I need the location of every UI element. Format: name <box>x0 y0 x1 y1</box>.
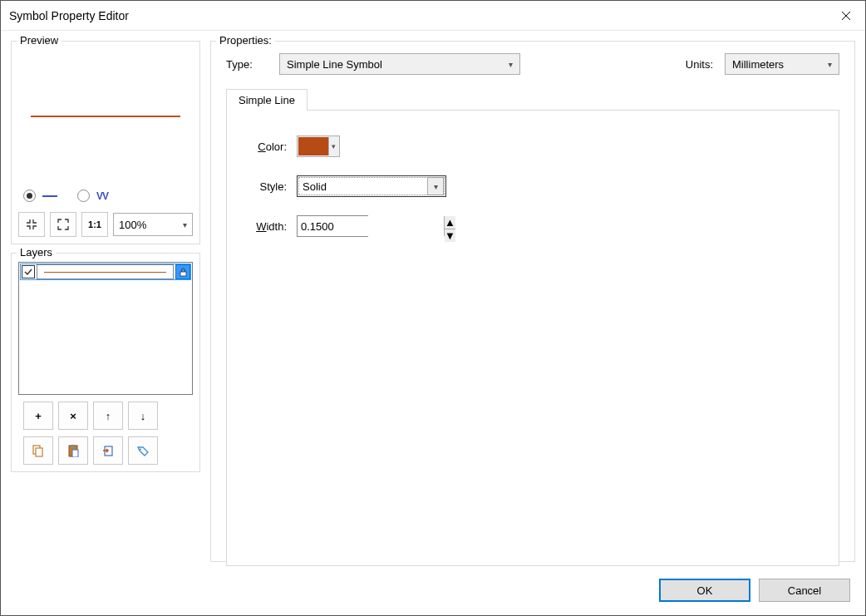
chevron-down-icon: ▾ <box>434 182 438 191</box>
lock-icon <box>179 268 188 277</box>
x-icon: × <box>70 410 76 422</box>
arrow-down-icon: ↓ <box>140 410 146 422</box>
close-button[interactable] <box>827 1 865 31</box>
width-spinner[interactable]: ▲ ▼ <box>297 215 368 237</box>
close-icon <box>841 11 851 21</box>
units-value: Millimeters <box>732 58 784 71</box>
units-label: Units: <box>686 58 713 71</box>
copy-layer-button[interactable] <box>23 436 53 465</box>
triangle-up-icon: ▲ <box>445 216 455 229</box>
plus-icon: + <box>35 410 42 422</box>
paste-icon <box>66 444 80 457</box>
line-icon <box>42 195 57 197</box>
ok-button[interactable]: OK <box>659 579 750 602</box>
preview-mode-line[interactable] <box>23 190 57 202</box>
layer-thumbnail <box>37 264 174 279</box>
zigzag-icon: VV <box>96 190 108 202</box>
preview-mode-zigzag[interactable]: VV <box>77 190 108 202</box>
layer-item[interactable] <box>20 264 191 280</box>
move-layer-down-button[interactable]: ↓ <box>128 402 158 430</box>
svg-rect-0 <box>180 272 186 276</box>
chevron-down-icon: ▾ <box>328 137 338 155</box>
svg-rect-5 <box>72 450 78 457</box>
layers-group: Layers + <box>11 253 200 472</box>
zoom-actual-button[interactable]: 1:1 <box>81 212 108 237</box>
copy-icon <box>32 444 45 457</box>
preview-line-sample <box>31 116 180 117</box>
color-swatch <box>298 137 328 155</box>
zoom-full-button[interactable] <box>50 212 76 237</box>
width-increment-button[interactable]: ▲ <box>445 216 455 229</box>
titlebar: Symbol Property Editor <box>1 1 865 31</box>
symbol-property-editor-window: Symbol Property Editor Preview <box>0 0 866 616</box>
color-label: Color: <box>247 140 297 153</box>
layers-label: Layers <box>17 246 56 259</box>
chevron-down-icon: ▾ <box>183 220 187 229</box>
width-input[interactable] <box>298 216 444 236</box>
import-icon <box>101 444 115 457</box>
tag-icon <box>136 444 150 457</box>
import-layer-button[interactable] <box>93 436 123 465</box>
type-label: Type: <box>226 58 263 71</box>
zoom-select[interactable]: 100% ▾ <box>113 213 193 236</box>
dialog-buttons: OK Cancel <box>659 579 850 602</box>
width-decrement-button[interactable]: ▼ <box>445 229 455 242</box>
arrow-up-icon: ↑ <box>106 410 111 422</box>
style-label: Style: <box>247 180 297 193</box>
actual-size-icon: 1:1 <box>88 219 101 229</box>
add-layer-button[interactable]: + <box>23 402 53 430</box>
tag-layer-button[interactable] <box>128 436 158 465</box>
svg-point-7 <box>140 449 141 451</box>
collapse-icon <box>26 219 37 230</box>
type-select[interactable]: Simple Line Symbol ▾ <box>279 53 520 75</box>
paste-layer-button[interactable] <box>58 436 88 465</box>
units-select[interactable]: Millimeters ▾ <box>725 53 839 75</box>
layer-lock-button[interactable] <box>175 264 190 279</box>
delete-layer-button[interactable]: × <box>58 402 88 430</box>
preview-canvas <box>18 50 193 183</box>
properties-group: Properties: Type: Simple Line Symbol ▾ U… <box>210 41 855 562</box>
preview-label: Preview <box>17 34 62 47</box>
zoom-fit-button[interactable] <box>18 212 45 237</box>
window-title: Symbol Property Editor <box>9 9 129 22</box>
cancel-button[interactable]: Cancel <box>759 579 850 602</box>
expand-icon <box>57 219 69 230</box>
move-layer-up-button[interactable]: ↑ <box>93 402 123 430</box>
layer-visibility-checkbox[interactable] <box>22 265 35 278</box>
chevron-down-icon: ▾ <box>509 60 513 69</box>
tab-simple-line[interactable]: Simple Line <box>226 89 308 111</box>
layers-list[interactable] <box>18 262 193 395</box>
svg-rect-2 <box>36 448 42 456</box>
style-value: Solid <box>303 180 327 193</box>
properties-label: Properties: <box>216 34 275 47</box>
chevron-down-icon: ▾ <box>828 60 832 69</box>
color-picker[interactable]: ▾ <box>297 136 340 157</box>
check-icon <box>24 268 32 276</box>
svg-rect-4 <box>71 445 76 447</box>
zoom-value: 100% <box>119 219 146 231</box>
preview-group: Preview VV <box>11 41 200 244</box>
width-label: Width: <box>247 220 297 233</box>
type-value: Simple Line Symbol <box>287 58 382 71</box>
style-select[interactable]: Solid ▾ <box>297 175 446 197</box>
triangle-down-icon: ▼ <box>445 229 455 242</box>
tab-container: Simple Line Color: ▾ Style: <box>226 110 839 566</box>
